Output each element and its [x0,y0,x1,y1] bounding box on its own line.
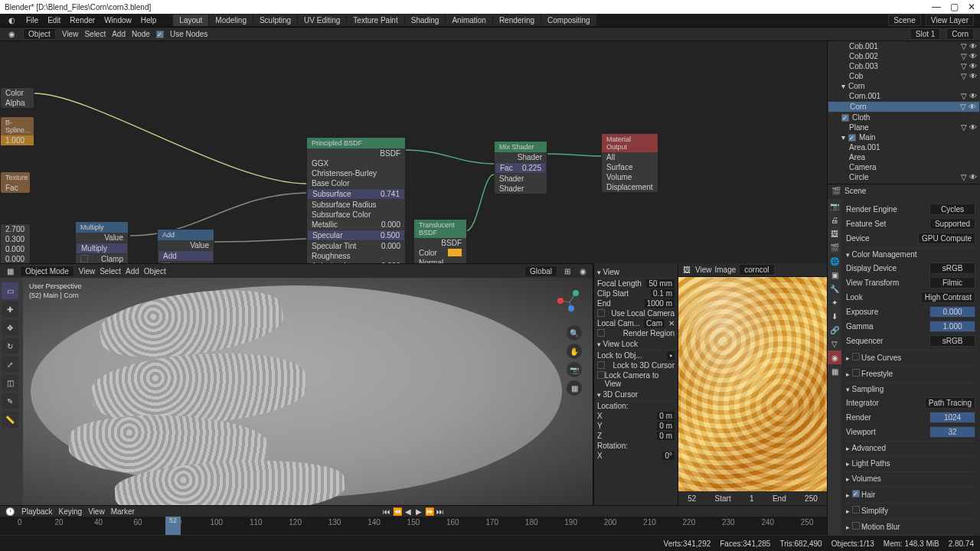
menu-file[interactable]: File [26,16,38,24]
cursor-z[interactable]: 0 m [657,432,675,440]
workspace-sculpting[interactable]: Sculpting [253,15,297,26]
local-camera[interactable]: Use Local Camera [611,309,675,318]
sect-lightpaths[interactable]: ▸ Light Paths [846,456,975,470]
snap-icon[interactable]: ⊞ [562,266,573,276]
view3d-icon[interactable]: ▦ [5,266,15,276]
tab-object[interactable]: ▣ [828,268,841,282]
view-section[interactable]: ▾ View [597,266,675,279]
display-device[interactable]: sRGB [929,262,975,274]
outliner-item[interactable]: ▾Corn [828,81,980,91]
tab-physics[interactable]: ⬇ [828,309,841,323]
v3d-select[interactable]: Select [100,267,121,276]
look[interactable]: High Contrast [921,292,975,303]
img-view[interactable]: View [695,266,712,274]
v3d-object[interactable]: Object [144,267,166,276]
tab-particle[interactable]: ✦ [828,295,841,309]
render-engine[interactable]: Cycles [929,204,975,215]
outliner-item[interactable]: Circle▽👁 [828,172,980,182]
bsdf-roughness[interactable]: Roughness [307,251,405,261]
viewport-samples[interactable]: 32 [929,426,975,438]
viewlayer-selector[interactable]: View Layer [926,15,974,26]
viewport-canvas[interactable]: User Perspective (52) Main | Corn [23,278,593,505]
tab-world[interactable]: 🌐 [828,254,841,268]
node-bspline[interactable]: B-Spline... 1.000 [0,116,34,146]
render-samples[interactable]: 1024 [929,412,975,423]
timeline-icon[interactable]: 🕐 [5,506,15,517]
node-tex2[interactable]: 2.700 0.300 0.000 0.000 [0,223,31,265]
workspace-rendering[interactable]: Rendering [493,15,541,26]
outliner-item[interactable]: Area [828,152,980,162]
cursor-section[interactable]: ▾ 3D Cursor [597,389,675,401]
outliner-item[interactable]: Corn.001▽👁 [828,91,980,101]
cursor-x[interactable]: 0 m [657,412,675,420]
workspace-uv[interactable]: UV Editing [298,15,346,26]
orientation[interactable]: Global [524,266,557,277]
lock-cursor[interactable]: Lock to 3D Cursor [612,361,675,370]
sect-hair[interactable]: ▸ Hair [846,487,975,501]
tab-texture[interactable]: ▦ [828,364,841,378]
node-texture[interactable]: Texture Fac [0,171,31,194]
workspace-modeling[interactable]: Modeling [209,15,253,26]
tool-transform[interactable]: ◫ [2,374,18,391]
outliner-item[interactable]: Corn▽👁 [828,101,980,112]
render-region[interactable]: Render Region [623,329,675,337]
proportional-icon[interactable]: ◉ [577,266,588,276]
tl-marker[interactable]: Marker [111,507,135,516]
menu-render[interactable]: Render [70,16,95,24]
play-rev-icon[interactable]: ◀ [403,507,413,516]
object-mode[interactable]: Object Mode [20,266,74,277]
material-selector[interactable]: Corn [946,28,974,40]
use-nodes-check[interactable] [156,31,164,38]
bsdf-subsurface-color[interactable]: Subsurface Color [307,210,405,220]
viewlock-section[interactable]: ▾ View Lock [597,338,675,350]
menu-edit[interactable]: Edit [47,16,60,24]
node-mode[interactable]: Object [23,28,56,40]
tab-constraint[interactable]: 🔗 [828,323,841,337]
slot-selector[interactable]: Slot 1 [910,28,941,40]
cursor-rx[interactable]: 0° [662,452,675,460]
img-image[interactable]: Image [715,266,737,274]
scene-name[interactable]: Scene [844,187,866,195]
camera-icon[interactable]: 📷 [567,362,582,377]
sect-advanced[interactable]: ▸ Advanced [846,441,975,455]
tl-view[interactable]: View [88,507,105,516]
tab-scene[interactable]: 🎬 [828,240,841,254]
jump-end-icon[interactable]: ⏭ [436,507,445,516]
editor-type-icon[interactable]: ◉ [6,29,17,40]
exposure[interactable]: 0.000 [929,306,975,318]
tool-move[interactable]: ✥ [2,319,18,336]
bsdf-subsurface-radius[interactable]: Subsurface Radius [307,200,405,210]
bsdf-metallic[interactable]: Metallic0.000 [307,220,405,230]
image-canvas[interactable] [678,277,827,491]
tool-measure[interactable]: 📏 [2,411,18,428]
tl-playback[interactable]: Playback [21,507,53,516]
outliner-item[interactable]: Cob.002▽👁 [828,51,980,61]
sect-curves[interactable]: ▸ Use Curves [846,350,975,364]
ne-add[interactable]: Add [112,30,126,38]
sect-color-mgmt[interactable]: ▾ Color Management [846,247,975,261]
tool-scale[interactable]: ⤢ [2,356,18,373]
feature-set[interactable]: Supported [929,218,975,230]
tool-annotate[interactable]: ✎ [2,393,18,409]
imged-icon[interactable]: 🖼 [681,265,692,276]
key-next-icon[interactable]: ⏩ [425,507,434,516]
nav-gizmo[interactable] [554,287,585,318]
img-frame[interactable]: 52 [688,494,696,503]
pan-icon[interactable]: ✋ [567,344,582,359]
workspace-compositing[interactable]: Compositing [541,15,596,26]
image-name[interactable]: corncol [739,264,774,276]
clip-end[interactable]: 1000 m [645,299,675,308]
sect-volumes[interactable]: ▸ Volumes [846,471,975,485]
outliner-item[interactable]: ▾Main [828,132,980,142]
tab-output[interactable]: 🖨 [828,213,841,227]
maximize-button[interactable]: ▢ [950,2,959,12]
menu-window[interactable]: Window [104,16,132,24]
close-button[interactable]: ✕ [968,2,975,12]
tool-select[interactable]: ▭ [2,282,18,299]
tab-mesh[interactable]: ▽ [828,337,841,350]
tab-viewlayer[interactable]: 🖼 [828,227,841,240]
zoom-icon[interactable]: 🔍 [567,325,582,341]
workspace-texpaint[interactable]: Texture Paint [347,15,403,26]
device[interactable]: GPU Compute [918,233,975,244]
clip-start[interactable]: 0.1 m [651,289,675,298]
